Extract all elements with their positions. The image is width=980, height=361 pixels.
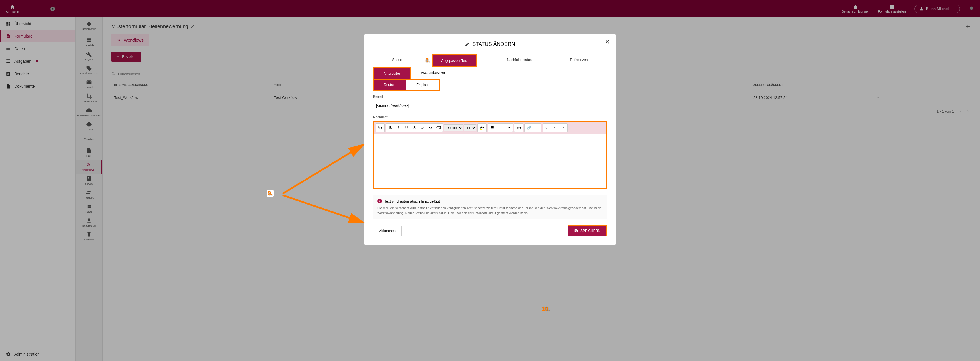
editor-toolbar: ✎▾ B I U S X² X₂ ⌫ Roboto 14 A▾ [374,122,606,134]
subject-label: Betreff [373,95,607,99]
tb-font-size[interactable]: 14 [464,124,476,131]
pencil-icon [465,42,469,47]
tb-align[interactable]: ≡▾ [504,124,512,131]
info-icon: i [377,199,382,203]
tb-redo[interactable]: ↷ [559,124,567,131]
subject-input[interactable] [373,101,607,111]
rich-text-editor: ✎▾ B I U S X² X₂ ⌫ Roboto 14 A▾ [373,121,607,189]
save-icon [574,229,578,233]
modal-close-button[interactable]: ✕ [605,38,610,45]
subtab-employee[interactable]: Mitarbeiter [373,67,411,79]
tb-strike[interactable]: S [410,124,418,131]
info-title: Text wird automatisch hinzugefügt [384,199,440,203]
modal-sub-tabs: Mitarbeiter Accountbesitzer [373,67,607,79]
info-text: Die Mail, die versendet wird, enthält ni… [377,206,603,215]
message-label: Nachricht [373,115,607,119]
modal-main-tabs: Status Angepasster Text Nachfolgestatus … [373,54,607,67]
tab-followup[interactable]: Nachfolgestatus [499,54,540,67]
modal-overlay: ✕ STATUS ÄNDERN Status Angepasster Text … [0,0,980,361]
tb-hr[interactable]: — [533,124,541,131]
modal-dialog: ✕ STATUS ÄNDERN Status Angepasster Text … [364,34,616,245]
tab-custom-text[interactable]: Angepasster Text [432,54,477,67]
tb-underline[interactable]: U [402,124,410,131]
cancel-button[interactable]: Abbrechen [373,226,401,236]
tb-superscript[interactable]: X² [418,124,426,131]
tb-bold[interactable]: B [387,124,394,131]
modal-lang-tabs: Deutsch Englisch [373,79,440,90]
info-box: i Text wird automatisch hinzugefügt Die … [373,195,607,219]
modal-title: STATUS ÄNDERN [364,34,616,54]
tb-subscript[interactable]: X₂ [426,124,434,131]
langtab-german[interactable]: Deutsch [374,80,406,90]
tb-format-brush[interactable]: ✎▾ [376,124,384,131]
tb-link[interactable]: 🔗 [525,124,533,131]
subtab-owner[interactable]: Accountbesitzer [411,67,455,79]
tb-undo[interactable]: ↶ [551,124,559,131]
tb-code[interactable]: </> [543,124,551,131]
tb-text-color[interactable]: A▾ [478,124,486,131]
tb-table[interactable]: ▦▾ [515,124,522,131]
save-button[interactable]: SPEICHERN [568,225,607,236]
tb-font-name[interactable]: Roboto [444,124,463,131]
tb-clear[interactable]: ⌫ [434,124,442,131]
langtab-english[interactable]: Englisch [406,80,439,90]
tb-list-ordered[interactable]: ≡ [496,124,504,131]
editor-textarea[interactable] [374,134,606,188]
tb-list-unordered[interactable]: ☰ [488,124,496,131]
tb-italic[interactable]: I [395,124,402,131]
tab-references[interactable]: Referenzen [562,54,597,67]
tab-status[interactable]: Status [383,54,410,67]
